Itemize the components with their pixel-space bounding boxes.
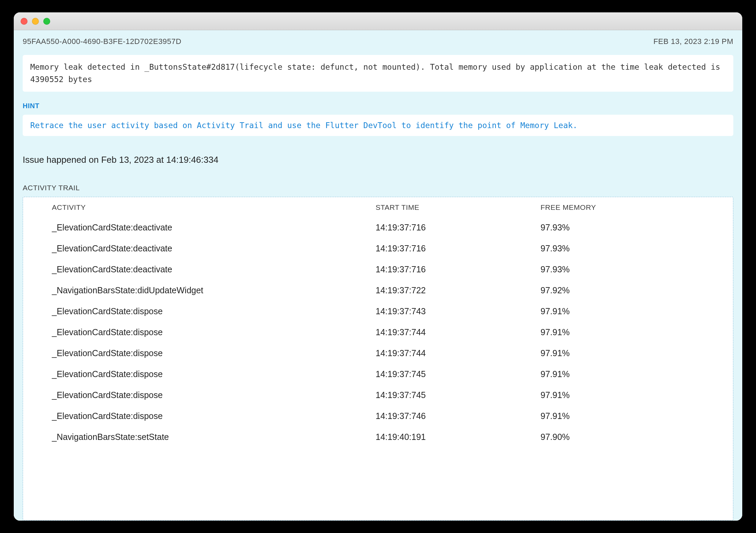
issue-timestamp: FEB 13, 2023 2:19 PM: [653, 37, 733, 46]
activity-trail-row: _ElevationCardState:dispose14:19:37:7459…: [52, 364, 719, 385]
row-start-time: 14:19:40:191: [376, 432, 541, 442]
row-free-memory: 97.91%: [541, 390, 719, 400]
row-activity: _NavigationBarsState:didUpdateWidget: [52, 285, 376, 295]
row-start-time: 14:19:37:746: [376, 411, 541, 421]
error-message-box: Memory leak detected in _ButtonsState#2d…: [23, 55, 733, 92]
row-activity: _ElevationCardState:deactivate: [52, 243, 376, 253]
activity-trail-row: _ElevationCardState:dispose14:19:37:7459…: [52, 385, 719, 406]
col-activity: ACTIVITY: [52, 203, 376, 212]
row-activity: _ElevationCardState:deactivate: [52, 223, 376, 233]
row-free-memory: 97.91%: [541, 306, 719, 316]
col-free-memory: FREE MEMORY: [541, 203, 719, 212]
activity-trail-row: _ElevationCardState:dispose14:19:37:7449…: [52, 322, 719, 343]
row-activity: _NavigationBarsState:setState: [52, 432, 376, 442]
header-row: 95FAA550-A000-4690-B3FE-12D702E3957D FEB…: [23, 37, 733, 46]
window-minimize-button[interactable]: [32, 18, 39, 25]
row-start-time: 14:19:37:745: [376, 390, 541, 400]
row-start-time: 14:19:37:722: [376, 285, 541, 295]
activity-trail-rows: _ElevationCardState:deactivate14:19:37:7…: [52, 217, 719, 447]
row-free-memory: 97.90%: [541, 432, 719, 442]
activity-trail-header: ACTIVITY START TIME FREE MEMORY: [52, 203, 719, 212]
row-activity: _ElevationCardState:dispose: [52, 327, 376, 337]
issue-happened-line: Issue happened on Feb 13, 2023 at 14:19:…: [23, 155, 733, 165]
row-activity: _ElevationCardState:dispose: [52, 306, 376, 316]
row-start-time: 14:19:37:744: [376, 348, 541, 358]
row-free-memory: 97.91%: [541, 411, 719, 421]
row-start-time: 14:19:37:743: [376, 306, 541, 316]
row-activity: _ElevationCardState:dispose: [52, 348, 376, 358]
activity-trail-row: _ElevationCardState:deactivate14:19:37:7…: [52, 238, 719, 259]
row-activity: _ElevationCardState:dispose: [52, 369, 376, 379]
activity-trail-row: _ElevationCardState:deactivate14:19:37:7…: [52, 217, 719, 238]
activity-trail-row: _NavigationBarsState:didUpdateWidget14:1…: [52, 280, 719, 301]
activity-trail-label: ACTIVITY TRAIL: [23, 184, 733, 192]
row-free-memory: 97.93%: [541, 243, 719, 253]
activity-trail-row: _ElevationCardState:dispose14:19:37:7469…: [52, 406, 719, 427]
hint-label: HINT: [23, 102, 733, 110]
issue-uuid: 95FAA550-A000-4690-B3FE-12D702E3957D: [23, 37, 181, 46]
row-start-time: 14:19:37:716: [376, 223, 541, 233]
col-start-time: START TIME: [376, 203, 541, 212]
row-start-time: 14:19:37:716: [376, 264, 541, 274]
row-start-time: 14:19:37:744: [376, 327, 541, 337]
row-free-memory: 97.91%: [541, 348, 719, 358]
activity-trail-row: _ElevationCardState:dispose14:19:37:7449…: [52, 343, 719, 364]
row-start-time: 14:19:37:716: [376, 243, 541, 253]
row-activity: _ElevationCardState:dispose: [52, 411, 376, 421]
activity-trail-row: _NavigationBarsState:setState14:19:40:19…: [52, 427, 719, 447]
row-activity: _ElevationCardState:deactivate: [52, 264, 376, 274]
app-window: 95FAA550-A000-4690-B3FE-12D702E3957D FEB…: [14, 12, 742, 521]
activity-trail-row: _ElevationCardState:deactivate14:19:37:7…: [52, 259, 719, 280]
window-titlebar: [14, 12, 742, 30]
activity-trail-row: _ElevationCardState:dispose14:19:37:7439…: [52, 301, 719, 322]
row-start-time: 14:19:37:745: [376, 369, 541, 379]
window-close-button[interactable]: [21, 18, 27, 25]
activity-trail-box: ACTIVITY START TIME FREE MEMORY _Elevati…: [23, 197, 733, 521]
row-free-memory: 97.93%: [541, 223, 719, 233]
row-free-memory: 97.93%: [541, 264, 719, 274]
row-free-memory: 97.91%: [541, 369, 719, 379]
row-free-memory: 97.91%: [541, 327, 719, 337]
content-area: 95FAA550-A000-4690-B3FE-12D702E3957D FEB…: [14, 30, 742, 521]
window-zoom-button[interactable]: [43, 18, 50, 25]
row-free-memory: 97.92%: [541, 285, 719, 295]
hint-box: Retrace the user activity based on Activ…: [23, 115, 733, 136]
row-activity: _ElevationCardState:dispose: [52, 390, 376, 400]
